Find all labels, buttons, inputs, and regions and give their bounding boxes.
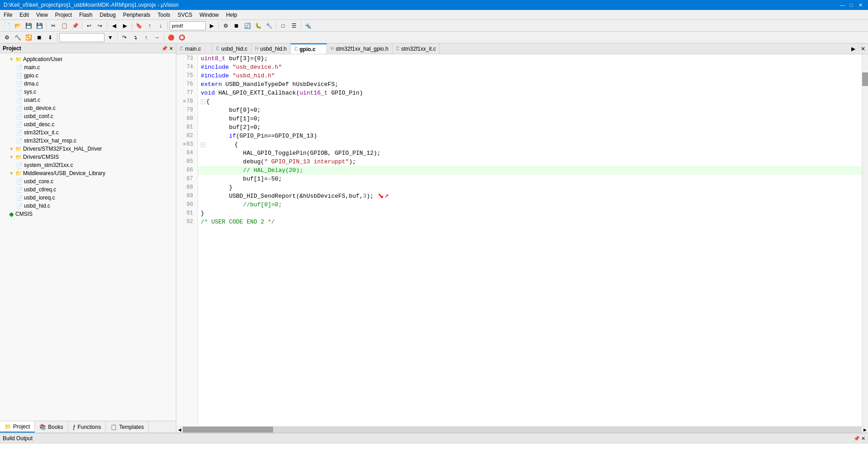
- minimize-button[interactable]: —: [838, 1, 846, 9]
- tree-folder-drivers-hal[interactable]: ▼ 📁 Drivers/STM32F1xx_HAL_Driver: [0, 145, 176, 153]
- menu-item-edit[interactable]: Edit: [16, 10, 33, 19]
- tree-file-sys-c[interactable]: 📄 sys.c: [0, 88, 176, 96]
- proj-rebuild-btn[interactable]: 🔁: [24, 33, 33, 43]
- tree-folder-middlewares[interactable]: ▼ 📁 Middlewares/USB_Device_Library: [0, 169, 176, 177]
- editor-tab-usbd-hid-h[interactable]: H usbd_hid.h: [251, 43, 291, 54]
- maximize-button[interactable]: □: [847, 1, 855, 9]
- editor-tab-usbd-hid-c[interactable]: C usbd_hid.c: [212, 43, 251, 54]
- scroll-right-btn[interactable]: ▶: [862, 427, 868, 433]
- step-out-btn[interactable]: ↑: [141, 33, 151, 43]
- tree-file-usbd-ioreq[interactable]: 📄 usbd_ioreq.c: [0, 194, 176, 202]
- menu-item-view[interactable]: View: [33, 10, 52, 19]
- code-line-79: buf[0]=0;: [198, 106, 862, 114]
- proj-select-arrow[interactable]: ▼: [105, 33, 115, 43]
- editor-tab-stm32-hal-gpio[interactable]: H stm32f1xx_hal_gpio.h: [327, 43, 392, 54]
- tab-books[interactable]: 📚 Books: [35, 421, 68, 433]
- code-editor[interactable]: 73 74 75 76 77 ⊞78 79 80 81 82 ⊞83 84 85…: [176, 54, 868, 426]
- scroll-track-h[interactable]: [183, 427, 862, 433]
- proj-stop-btn[interactable]: ⏹: [34, 33, 44, 43]
- window-btn1[interactable]: □: [278, 21, 288, 31]
- reset-button[interactable]: 🔄: [242, 21, 252, 31]
- menu-item-svcs[interactable]: SVCS: [174, 10, 196, 19]
- undo-button[interactable]: ↩: [84, 21, 94, 31]
- tree-file-usbd-hid-c[interactable]: 📄 usbd_hid.c: [0, 202, 176, 210]
- step-into-btn[interactable]: ↴: [130, 33, 140, 43]
- copy-button[interactable]: 📋: [59, 21, 69, 31]
- menu-item-help[interactable]: Help: [222, 10, 241, 19]
- config2-button[interactable]: 🔧: [264, 21, 274, 31]
- code-content[interactable]: uint8_t buf[3]={0}; #include "usb_device…: [198, 54, 862, 426]
- editor-scrollbar-v[interactable]: [862, 54, 868, 426]
- stop-button[interactable]: ⏹: [231, 21, 241, 31]
- proj-build-btn[interactable]: 🔨: [13, 33, 23, 43]
- tree-file-usbd-ctlreq[interactable]: 📄 usbd_ctlreq.c: [0, 185, 176, 194]
- open-button[interactable]: 📂: [13, 21, 23, 31]
- back-button[interactable]: ◀: [109, 21, 119, 31]
- line-87: 87: [178, 175, 196, 183]
- tree-folder-app-user[interactable]: ▼ 📁 Application/User: [0, 55, 176, 63]
- run-printf-button[interactable]: ▶: [207, 21, 217, 31]
- scroll-left-btn[interactable]: ◀: [176, 427, 183, 433]
- clear-bp-btn[interactable]: ⭕: [177, 33, 187, 43]
- tree-file-usbd-conf[interactable]: 📄 usbd_conf.c: [0, 112, 176, 120]
- editor-tab-main-c[interactable]: C main.c: [176, 43, 212, 54]
- scroll-thumb-v[interactable]: [862, 72, 868, 86]
- save-all-button[interactable]: 💾: [34, 21, 44, 31]
- editor-tab-gpio-c[interactable]: C gpio.c: [291, 43, 327, 54]
- redo-button[interactable]: ↪: [95, 21, 105, 31]
- tree-file-usbd-desc[interactable]: 📄 usbd_desc.c: [0, 120, 176, 128]
- forward-button[interactable]: ▶: [120, 21, 130, 31]
- tree-file-usbd-core[interactable]: 📄 usbd_core.c: [0, 177, 176, 185]
- new-button[interactable]: 📄: [2, 21, 12, 31]
- panel-close-btn[interactable]: ✕: [169, 46, 173, 52]
- settings-button[interactable]: 🔩: [303, 21, 313, 31]
- tree-label-cmsis: CMSIS: [15, 211, 33, 217]
- tree-file-main-c[interactable]: 📄 main.c: [0, 63, 176, 71]
- editor-tab-stm32-it[interactable]: C stm32f1xx_it.c: [392, 43, 440, 54]
- paste-button[interactable]: 📌: [70, 21, 80, 31]
- menu-item-flash[interactable]: Flash: [75, 10, 96, 19]
- bookmark-button[interactable]: 🔖: [134, 21, 144, 31]
- next-bookmark-button[interactable]: ↓: [156, 21, 165, 31]
- toggle-bp-btn[interactable]: 🔴: [166, 33, 176, 43]
- config1-button[interactable]: ⚙: [221, 21, 231, 31]
- menu-item-peripherals[interactable]: Peripherals: [119, 10, 154, 19]
- save-button[interactable]: 💾: [24, 21, 33, 31]
- project-selector[interactable]: proj1: [59, 33, 104, 42]
- tree-file-dma-c[interactable]: 📄 dma.c: [0, 80, 176, 88]
- tree-file-stm32-hal-msp[interactable]: 📄 stm32f1xx_hal_msp.c: [0, 137, 176, 145]
- printf-input[interactable]: printf: [170, 21, 206, 30]
- tabs-scroll-right[interactable]: ▶: [848, 43, 858, 54]
- tab-templates[interactable]: 📋 Templates: [106, 421, 149, 433]
- tree-folder-drivers-cmsis[interactable]: ▼ 📁 Drivers/CMSIS: [0, 153, 176, 161]
- close-button[interactable]: ✕: [856, 1, 864, 9]
- cut-button[interactable]: ✂: [48, 21, 58, 31]
- build-pin-btn[interactable]: 📌: [854, 436, 860, 442]
- tab-functions[interactable]: ƒ Functions: [68, 421, 106, 433]
- menu-item-file[interactable]: File: [0, 10, 16, 19]
- menu-item-window[interactable]: Window: [196, 10, 222, 19]
- panel-pin-btn[interactable]: 📌: [161, 46, 168, 52]
- tab-project[interactable]: 📁 Project: [0, 421, 35, 433]
- menu-item-tools[interactable]: Tools: [154, 10, 174, 19]
- menu-item-project[interactable]: Project: [52, 10, 75, 19]
- tree-file-stm32-it[interactable]: 📄 stm32f1xx_it.c: [0, 128, 176, 137]
- tree-file-gpio-c[interactable]: 📄 gpio.c: [0, 71, 176, 80]
- run-to-cursor-btn[interactable]: →: [152, 33, 162, 43]
- scroll-thumb-h[interactable]: [183, 427, 273, 433]
- tree-file-usart-c[interactable]: 📄 usart.c: [0, 96, 176, 104]
- proj-mode-btn[interactable]: ⚙: [2, 33, 12, 43]
- build-output-content[interactable]: [0, 443, 868, 466]
- tree-file-system-stm32[interactable]: 📄 system_stm32f1xx.c: [0, 161, 176, 169]
- prev-bookmark-button[interactable]: ↑: [145, 21, 155, 31]
- tree-file-usb-device-c[interactable]: 📄 usb_device.c: [0, 104, 176, 112]
- build-close-btn[interactable]: ✕: [861, 436, 865, 442]
- step-over-btn[interactable]: ↷: [119, 33, 129, 43]
- window-btn2[interactable]: ☰: [289, 21, 299, 31]
- horizontal-scrollbar[interactable]: ◀ ▶: [176, 426, 868, 433]
- debug-button[interactable]: 🐛: [253, 21, 263, 31]
- tree-item-cmsis[interactable]: ◆ CMSIS: [0, 210, 176, 218]
- menu-item-debug[interactable]: Debug: [96, 10, 119, 19]
- proj-download-btn[interactable]: ⬇: [45, 33, 55, 43]
- tabs-close-btn[interactable]: ✕: [858, 43, 868, 54]
